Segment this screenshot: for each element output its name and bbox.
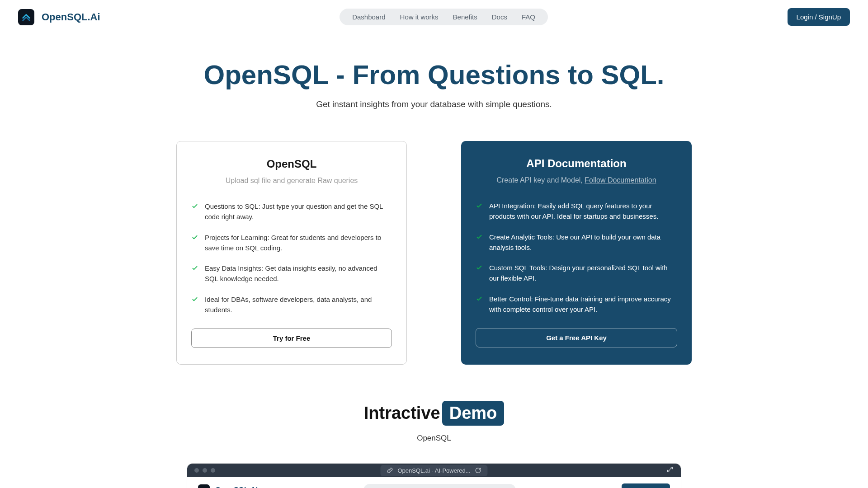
window-controls bbox=[194, 468, 215, 473]
feature-item: Easy Data Insights: Get data insights ea… bbox=[191, 263, 392, 284]
window-dot-icon bbox=[211, 468, 215, 473]
feature-item: API Integration: Easily add SQL query fe… bbox=[476, 201, 677, 222]
nav-how-it-works[interactable]: How it works bbox=[400, 13, 439, 21]
check-icon bbox=[476, 202, 483, 209]
feature-text: Projects for Learning: Great for student… bbox=[205, 232, 392, 253]
window-dot-icon bbox=[203, 468, 207, 473]
login-signup-button[interactable]: Login / SignUp bbox=[788, 8, 850, 26]
feature-item: Ideal for DBAs, software developers, dat… bbox=[191, 294, 392, 315]
url-bar: OpenSQL.ai - AI-Powered... bbox=[380, 465, 487, 476]
feature-text: Create Analytic Tools: Use our API to bu… bbox=[489, 232, 677, 253]
hero-title: OpenSQL - From Questions to SQL. bbox=[18, 59, 850, 90]
check-icon bbox=[476, 233, 483, 240]
demo-section: Intractive Demo OpenSQL OpenSQL.ai - AI-… bbox=[0, 365, 868, 488]
brand[interactable]: OpenSQL.Ai bbox=[18, 9, 100, 25]
demo-brand-name: OpenSQL.Ai bbox=[215, 486, 258, 488]
demo-subtitle: OpenSQL bbox=[18, 434, 850, 443]
check-icon bbox=[191, 202, 198, 210]
refresh-icon bbox=[475, 467, 481, 474]
demo-brand: OpenSQL.Ai bbox=[198, 484, 258, 488]
demo-logo-icon bbox=[198, 484, 210, 488]
follow-documentation-link[interactable]: Follow Documentation bbox=[585, 176, 656, 184]
url-text: OpenSQL.ai - AI-Powered... bbox=[397, 467, 470, 474]
hero: OpenSQL - From Questions to SQL. Get ins… bbox=[0, 34, 868, 109]
card-api-subtitle-prefix: Create API key and Model, bbox=[496, 176, 585, 184]
card-api-features: API Integration: Easily add SQL query fe… bbox=[476, 201, 677, 314]
browser-chrome: OpenSQL.ai - AI-Powered... bbox=[187, 464, 681, 477]
card-api-title: API Documentation bbox=[476, 157, 677, 170]
nav-dashboard[interactable]: Dashboard bbox=[352, 13, 385, 21]
get-api-key-button[interactable]: Get a Free API Key bbox=[476, 328, 677, 347]
feature-item: Custom SQL Tools: Design your personaliz… bbox=[476, 263, 677, 284]
logo-icon bbox=[18, 9, 34, 25]
try-free-button[interactable]: Try for Free bbox=[191, 328, 392, 348]
feature-text: API Integration: Easily add SQL query fe… bbox=[489, 201, 677, 222]
feature-cards: OpenSQL Upload sql file and generate Raw… bbox=[0, 109, 868, 365]
demo-title-highlighted: Demo bbox=[442, 401, 505, 426]
demo-title: Intractive Demo bbox=[364, 401, 505, 426]
demo-title-plain: Intractive bbox=[364, 404, 440, 423]
nav-benefits[interactable]: Benefits bbox=[453, 13, 477, 21]
check-icon bbox=[191, 296, 198, 303]
site-header: OpenSQL.Ai Dashboard How it works Benefi… bbox=[0, 0, 868, 34]
card-opensql-subtitle: Upload sql file and generate Raw queries bbox=[191, 177, 392, 185]
card-opensql-features: Questions to SQL: Just type your questio… bbox=[191, 201, 392, 315]
feature-item: Projects for Learning: Great for student… bbox=[191, 232, 392, 253]
card-opensql-title: OpenSQL bbox=[191, 158, 392, 170]
feature-text: Better Control: Fine-tune data training … bbox=[489, 294, 677, 315]
check-icon bbox=[191, 234, 198, 241]
feature-text: Questions to SQL: Just type your questio… bbox=[205, 201, 392, 222]
demo-nav: Dashboard How it works Benefits Docs FAQ bbox=[363, 484, 516, 488]
feature-text: Ideal for DBAs, software developers, dat… bbox=[205, 294, 392, 315]
demo-preview-window: OpenSQL.ai - AI-Powered... OpenSQL.Ai Da… bbox=[187, 464, 681, 488]
card-opensql: OpenSQL Upload sql file and generate Raw… bbox=[176, 141, 407, 365]
feature-item: Create Analytic Tools: Use our API to bu… bbox=[476, 232, 677, 253]
feature-text: Custom SQL Tools: Design your personaliz… bbox=[489, 263, 677, 284]
brand-name: OpenSQL.Ai bbox=[42, 11, 100, 23]
demo-login-button: Login / SignUp bbox=[622, 483, 670, 488]
window-dot-icon bbox=[194, 468, 199, 473]
nav-faq[interactable]: FAQ bbox=[522, 13, 535, 21]
demo-inner-header: OpenSQL.Ai Dashboard How it works Benefi… bbox=[187, 477, 681, 488]
nav-docs[interactable]: Docs bbox=[492, 13, 507, 21]
feature-text: Easy Data Insights: Get data insights ea… bbox=[205, 263, 392, 284]
link-icon bbox=[387, 467, 393, 474]
check-icon bbox=[191, 264, 198, 272]
feature-item: Better Control: Fine-tune data training … bbox=[476, 294, 677, 315]
primary-nav: Dashboard How it works Benefits Docs FAQ bbox=[340, 9, 548, 25]
feature-item: Questions to SQL: Just type your questio… bbox=[191, 201, 392, 222]
hero-subtitle: Get instant insights from your database … bbox=[18, 99, 850, 109]
check-icon bbox=[476, 264, 483, 271]
card-api: API Documentation Create API key and Mod… bbox=[461, 141, 692, 365]
card-api-subtitle: Create API key and Model, Follow Documen… bbox=[476, 176, 677, 184]
expand-icon[interactable] bbox=[666, 466, 674, 475]
check-icon bbox=[476, 295, 483, 302]
